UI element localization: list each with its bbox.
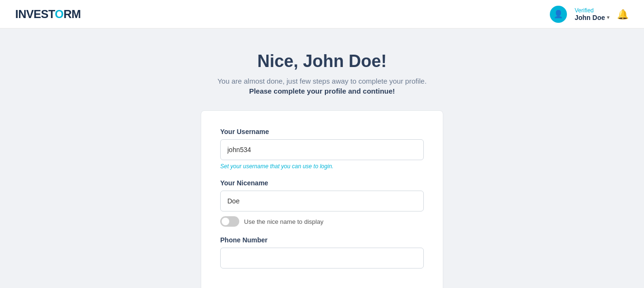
logo-invest-text: INVEST [15,8,55,20]
nice-name-toggle[interactable] [220,216,239,227]
username-group: Your Username Set your username that you… [220,128,424,170]
header: INVESTORM 👤 Verified John Doe ▾ 🔔 [0,0,644,29]
verified-badge: Verified [575,7,594,14]
page-title: Nice, John Doe! [257,51,387,71]
main-content: Nice, John Doe! You are almost done, jus… [0,29,644,288]
notification-bell-icon[interactable]: 🔔 [617,9,629,20]
logo-rm-text: RM [63,8,80,20]
phone-label: Phone Number [220,236,424,244]
username-label: Your Username [220,128,424,135]
logo-o-text: O [55,8,63,20]
username-hint: Set your username that you can use to lo… [220,163,424,170]
subtitle-text: You are almost done, just few steps away… [217,77,427,85]
phone-group: Phone Number [220,236,424,269]
nicename-group: Your Nicename Use the nice name to displ… [220,179,424,227]
user-name-dropdown[interactable]: John Doe ▾ [575,14,609,21]
nicename-label: Your Nicename [220,179,424,187]
nicename-input[interactable] [220,191,424,211]
user-display-name: John Doe [575,14,605,21]
toggle-slider [220,216,239,227]
profile-form-card: Your Username Set your username that you… [201,110,443,288]
phone-input[interactable] [220,248,424,269]
username-input[interactable] [220,139,424,160]
avatar-icon: 👤 [554,10,563,19]
subtitle-bold-text: Please complete your profile and continu… [249,87,395,95]
header-right: 👤 Verified John Doe ▾ 🔔 [550,6,629,23]
toggle-label: Use the nice name to display [244,218,323,225]
toggle-row: Use the nice name to display [220,216,424,227]
logo: INVESTORM [15,8,81,21]
avatar: 👤 [550,6,567,23]
user-info: Verified John Doe ▾ [575,7,609,21]
chevron-down-icon: ▾ [607,15,609,20]
